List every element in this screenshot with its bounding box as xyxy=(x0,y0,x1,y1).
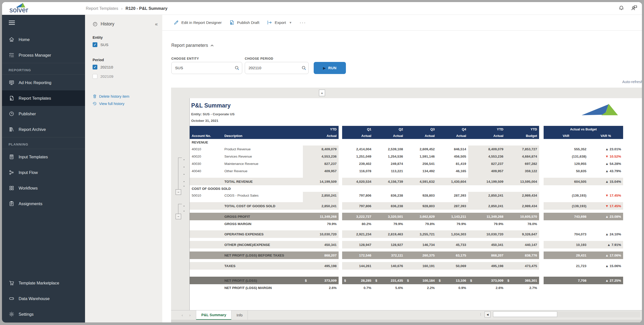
value-cell: 2,921,234 xyxy=(342,230,373,238)
value-cell: 146,734 xyxy=(405,241,437,248)
breadcrumb-separator-icon: › xyxy=(121,6,123,11)
delete-history-item-link[interactable]: Delete history item xyxy=(85,93,162,100)
header-cell: Q4 xyxy=(437,126,468,132)
sidebar-item-label: Workflows xyxy=(19,186,38,191)
sidebar-item-assignments[interactable]: Assignments xyxy=(2,196,85,211)
var-pct-cell: ▲ 15.04% xyxy=(588,178,623,185)
main-area: Edit in Report DesignerPublish DraftExpo… xyxy=(162,15,642,322)
cell xyxy=(437,210,468,213)
header-cell: Actual xyxy=(468,132,505,139)
var-pct-cell: ▼ 17.45% xyxy=(588,202,623,210)
row-group-collapse-button[interactable]: − xyxy=(176,214,181,219)
var-cell: (131,638) xyxy=(544,153,588,160)
sidebar-item-settings[interactable]: Settings xyxy=(2,306,85,322)
value-cell: 827,237 xyxy=(468,160,505,167)
cell xyxy=(339,241,342,248)
tab-scroll-left-icon[interactable]: ‹ xyxy=(182,313,183,317)
cell xyxy=(468,259,505,262)
tab-scroll-right-icon[interactable]: › xyxy=(189,313,191,317)
export-button[interactable]: Export▼ xyxy=(267,20,292,25)
sheet-tab-p-l-summary[interactable]: P&L Summary xyxy=(196,310,231,320)
value-cell: 836,238 xyxy=(373,202,405,210)
history-panel: History « Entity✓SUSPeriod✓202110202109 … xyxy=(85,15,162,322)
value-cell: 14,199,509 xyxy=(303,178,339,185)
cell xyxy=(303,210,339,213)
sidebar-item-data-warehouse[interactable]: Data Warehouse xyxy=(2,291,85,306)
cell xyxy=(505,270,539,277)
toolbar-label: Publish Draft xyxy=(237,20,259,25)
checkbox-unchecked[interactable] xyxy=(93,74,97,79)
scroll-left-button[interactable]: ◀ xyxy=(485,311,491,317)
scrollbar-track[interactable] xyxy=(493,311,640,317)
sidebar-item-input-templates[interactable]: Input Templates xyxy=(2,149,85,165)
cell xyxy=(222,175,303,178)
sidebar-item-template-marketplace[interactable]: Template Marketplace xyxy=(2,275,85,291)
account-cell xyxy=(190,230,222,238)
sidebar-item-ad-hoc-reporting[interactable]: Ad Hoc Reporting xyxy=(2,75,85,90)
user-feedback-icon[interactable] xyxy=(631,5,637,12)
section-row: COST OF GOODS SOLD xyxy=(190,185,623,192)
view-full-history-link[interactable]: View full history xyxy=(85,100,162,107)
report-templates-icon xyxy=(9,95,14,101)
history-option-202109[interactable]: 202109 xyxy=(85,72,162,81)
value-cell: 3,320,501 xyxy=(373,213,405,220)
value-cell: 4,553,236 xyxy=(303,153,339,160)
sheet-tab-info[interactable]: Info xyxy=(231,310,248,320)
sidebar-item-process-manager[interactable]: Process Manager xyxy=(2,47,85,63)
cell xyxy=(339,160,342,167)
checkbox-checked[interactable]: ✓ xyxy=(93,65,97,69)
sidebar-item-input-flow[interactable]: Input Flow xyxy=(2,165,85,180)
history-option-202110[interactable]: ✓202110 xyxy=(85,62,162,72)
cell xyxy=(222,199,303,202)
period-input[interactable] xyxy=(245,65,299,70)
value-cell: 249,874 xyxy=(373,160,405,167)
band-row: GROSS PROFIT11,349,2683,222,7273,320,501… xyxy=(190,213,623,220)
sidebar-item-report-archive[interactable]: Report Archive xyxy=(2,122,85,137)
column-group-expand-button[interactable]: + xyxy=(319,90,325,96)
cell xyxy=(339,132,342,139)
cell xyxy=(339,248,342,251)
entity-input[interactable] xyxy=(172,65,232,70)
history-option-sus[interactable]: ✓SUS xyxy=(85,40,162,49)
value-cell: 928,803 xyxy=(405,202,437,210)
value-cell: 838,776 xyxy=(505,251,539,259)
sidebar-item-workflows[interactable]: Workflows xyxy=(2,180,85,196)
margin-row: NET PROFIT (LOSS) MARGIN2.6%0.7%5.6%2.2%… xyxy=(190,284,623,291)
cell xyxy=(468,175,505,178)
value-cell: 868,207 xyxy=(303,251,339,259)
sidebar-item-home[interactable]: Home xyxy=(2,32,85,47)
scrollbar-thumb[interactable] xyxy=(493,311,557,317)
solver-logo[interactable]: solver xyxy=(8,3,30,13)
cell xyxy=(339,153,342,160)
var-pct-cell: ▼ 17.45% xyxy=(588,192,623,199)
sidebar-item-publisher[interactable]: Publisher xyxy=(2,106,85,122)
account-cell: 40020 xyxy=(190,153,222,160)
cell xyxy=(405,248,437,251)
report-parameters-toggle[interactable]: Report parameters xyxy=(171,43,214,48)
sidebar-item-report-templates[interactable]: Report Templates xyxy=(2,90,85,106)
row-group-collapse-button[interactable]: − xyxy=(176,189,181,195)
value-cell: 1,430,604 xyxy=(437,178,468,185)
header-cell-description: Description xyxy=(222,132,303,139)
value-cell: 4,591,632 xyxy=(405,178,437,185)
band-dark-row: NET PROFIT (LOSS)$373,009$28,285$231,435… xyxy=(190,277,623,284)
more-actions-button[interactable]: ··· xyxy=(300,20,306,25)
edit-in-report-designer-button[interactable]: Edit in Report Designer xyxy=(174,20,222,25)
period-search-icon[interactable] xyxy=(299,66,308,70)
breadcrumb-parent[interactable]: Report Templates xyxy=(86,6,118,11)
collapse-panel-button[interactable]: « xyxy=(155,21,158,27)
publish-draft-button[interactable]: Publish Draft xyxy=(229,20,259,25)
cell xyxy=(339,230,342,238)
report-date-line: October 31, 2021 xyxy=(191,119,218,123)
auto-refresh-label[interactable]: Auto-refresh xyxy=(622,80,642,84)
scrollbar-resize-handle[interactable]: ⦙ xyxy=(479,314,482,315)
checkbox-checked[interactable]: ✓ xyxy=(93,42,97,47)
notifications-bell-icon[interactable] xyxy=(618,5,624,12)
cell xyxy=(539,202,544,210)
chevron-up-icon xyxy=(211,45,214,47)
run-button[interactable]: ▶ RUN xyxy=(314,62,346,74)
hamburger-menu-icon[interactable] xyxy=(2,15,85,27)
entity-search-icon[interactable] xyxy=(232,66,242,70)
value-cell: 160,191 xyxy=(405,262,437,270)
total-row: TOTAL REVENUE14,199,5094,020,5344,156,73… xyxy=(190,178,623,185)
